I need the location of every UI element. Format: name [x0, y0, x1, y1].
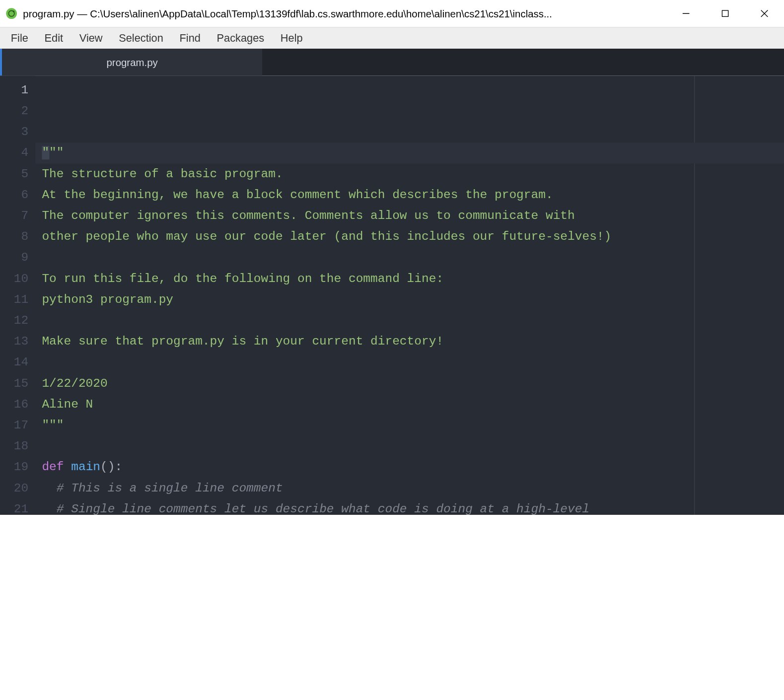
line-number: 6 [0, 185, 28, 206]
code-line[interactable]: The structure of a basic program. [35, 163, 784, 184]
menu-view[interactable]: View [71, 29, 110, 47]
code-line[interactable]: 1/22/2020 [35, 373, 784, 394]
code-line[interactable] [35, 247, 784, 268]
menu-edit[interactable]: Edit [36, 29, 71, 47]
code-line[interactable]: """ [35, 142, 784, 163]
svg-point-0 [6, 8, 17, 19]
line-number: 10 [0, 268, 28, 289]
line-number: 13 [0, 331, 28, 352]
maximize-button[interactable] [706, 0, 745, 27]
line-number: 5 [0, 163, 28, 184]
code-line[interactable]: The computer ignores this comments. Comm… [35, 206, 784, 226]
code-line[interactable]: Make sure that program.py is in your cur… [35, 331, 784, 352]
tab-label: program.py [106, 57, 157, 68]
line-number: 2 [0, 101, 28, 122]
code-line[interactable]: # This is a single line comment [35, 478, 784, 498]
line-number: 3 [0, 122, 28, 142]
code-line[interactable]: Aline N [35, 394, 784, 415]
line-number: 9 [0, 247, 28, 268]
menu-packages[interactable]: Packages [209, 29, 272, 47]
line-number: 21 [0, 499, 28, 515]
code-line[interactable]: # Single line comments let us describe w… [35, 499, 784, 515]
code-line[interactable]: other people who may use our code later … [35, 226, 784, 247]
line-number: 4 [0, 142, 28, 163]
tab-program-py[interactable]: program.py [2, 49, 262, 75]
code-line[interactable]: python3 program.py [35, 289, 784, 310]
menu-selection[interactable]: Selection [111, 29, 171, 47]
window-title: program.py — C:\Users\alinen\AppData\Loc… [23, 8, 666, 19]
close-button[interactable] [745, 0, 784, 27]
line-number: 8 [0, 226, 28, 247]
line-number: 1 [0, 80, 28, 101]
code-line[interactable] [35, 352, 784, 373]
line-number: 11 [0, 289, 28, 310]
line-number: 19 [0, 457, 28, 478]
line-number: 12 [0, 310, 28, 331]
line-number: 14 [0, 352, 28, 373]
line-number: 18 [0, 436, 28, 457]
line-number: 17 [0, 415, 28, 436]
line-number: 15 [0, 373, 28, 394]
code-line[interactable]: def main(): [35, 457, 784, 478]
editor[interactable]: 1234567891011121314151617181920212223242… [0, 75, 784, 515]
menu-help[interactable]: Help [273, 29, 311, 47]
code-line[interactable]: To run this file, do the following on th… [35, 268, 784, 289]
window-controls [666, 0, 784, 27]
menu-file[interactable]: File [2, 29, 36, 47]
minimize-button[interactable] [666, 0, 706, 27]
menu-find[interactable]: Find [171, 29, 209, 47]
line-number: 20 [0, 478, 28, 498]
code-line[interactable]: At the beginning, we have a block commen… [35, 185, 784, 206]
tabbar: program.py [0, 49, 784, 75]
line-number-gutter: 1234567891011121314151617181920212223242… [0, 75, 35, 515]
svg-point-2 [13, 10, 15, 12]
app-window: program.py — C:\Users\alinen\AppData\Loc… [0, 0, 784, 515]
line-number: 7 [0, 206, 28, 226]
titlebar: program.py — C:\Users\alinen\AppData\Loc… [0, 0, 784, 27]
code-line[interactable]: """ [35, 415, 784, 436]
app-icon [5, 7, 18, 20]
svg-rect-4 [722, 10, 728, 16]
menubar: File Edit View Selection Find Packages H… [0, 27, 784, 49]
line-number: 16 [0, 394, 28, 415]
code-area[interactable]: """The structure of a basic program.At t… [35, 75, 784, 515]
code-line[interactable] [35, 436, 784, 457]
code-line[interactable] [35, 310, 784, 331]
